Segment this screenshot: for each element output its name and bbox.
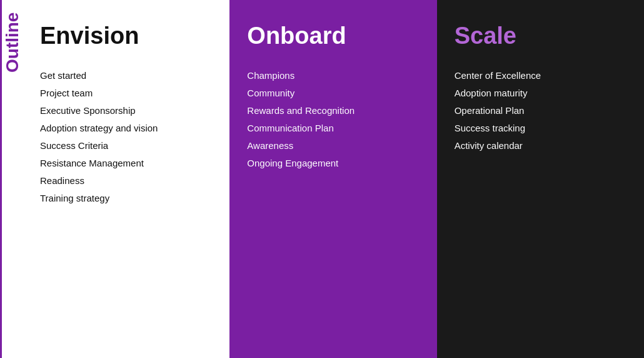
column-item-envision-3[interactable]: Adoption strategy and vision xyxy=(40,121,212,136)
column-item-envision-6[interactable]: Readiness xyxy=(40,173,212,188)
column-scale: ScaleCenter of ExcellenceAdoption maturi… xyxy=(437,0,644,358)
column-item-onboard-4[interactable]: Awareness xyxy=(247,138,419,153)
columns-container: EnvisionGet startedProject teamExecutive… xyxy=(23,0,644,358)
column-title-envision: Envision xyxy=(40,23,212,49)
column-items-scale: Center of ExcellenceAdoption maturityOpe… xyxy=(455,68,626,153)
column-item-envision-7[interactable]: Training strategy xyxy=(40,191,212,206)
column-item-envision-0[interactable]: Get started xyxy=(40,68,212,83)
column-item-scale-1[interactable]: Adoption maturity xyxy=(455,86,626,101)
column-envision: EnvisionGet startedProject teamExecutive… xyxy=(23,0,229,358)
column-item-envision-5[interactable]: Resistance Management xyxy=(40,156,212,171)
column-items-envision: Get startedProject teamExecutive Sponsor… xyxy=(40,68,212,206)
column-title-onboard: Onboard xyxy=(247,23,419,49)
column-item-scale-4[interactable]: Activity calendar xyxy=(455,138,626,153)
column-title-scale: Scale xyxy=(455,23,626,49)
column-item-scale-2[interactable]: Operational Plan xyxy=(455,103,626,118)
column-items-onboard: ChampionsCommunityRewards and Recognitio… xyxy=(247,68,419,171)
column-item-onboard-3[interactable]: Communication Plan xyxy=(247,121,419,136)
column-item-onboard-2[interactable]: Rewards and Recognition xyxy=(247,103,419,118)
column-item-onboard-0[interactable]: Champions xyxy=(247,68,419,83)
column-item-onboard-5[interactable]: Ongoing Engagement xyxy=(247,156,419,171)
column-onboard: OnboardChampionsCommunityRewards and Rec… xyxy=(229,0,436,358)
column-item-scale-0[interactable]: Center of Excellence xyxy=(455,68,626,83)
column-item-envision-2[interactable]: Executive Sponsorship xyxy=(40,103,212,118)
outline-label: Outline xyxy=(0,0,23,358)
column-item-scale-3[interactable]: Success tracking xyxy=(455,121,626,136)
column-item-envision-1[interactable]: Project team xyxy=(40,86,212,101)
column-item-onboard-1[interactable]: Community xyxy=(247,86,419,101)
column-item-envision-4[interactable]: Success Criteria xyxy=(40,138,212,153)
